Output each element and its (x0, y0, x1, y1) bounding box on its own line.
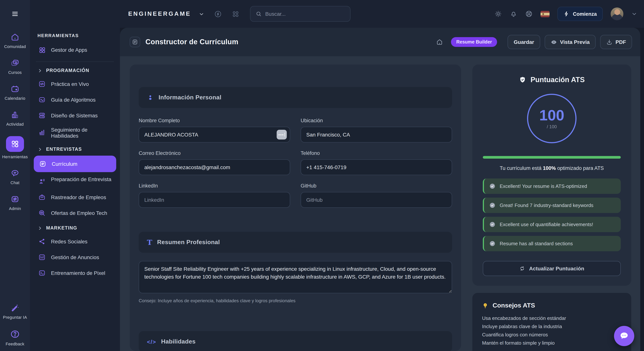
ats-progress-bar (483, 156, 621, 159)
save-button[interactable]: Guardar (508, 35, 540, 49)
theme-toggle-sun-icon[interactable] (494, 10, 502, 18)
right-column: Puntuación ATS 100 / 100 Tu currículum e… (472, 65, 631, 351)
notifications-bell-icon[interactable] (510, 10, 517, 18)
refresh-score-button[interactable]: Actualizar Puntuación (483, 261, 621, 276)
content: Información Personal Nombre Completo Ubi… (120, 56, 640, 351)
sidebar-item-curriculum[interactable]: Currículum (34, 156, 116, 172)
sidebar-item-preguntar-ia[interactable]: Preguntar IA (0, 298, 30, 324)
sidebar-item-preparacion-de-entrevista[interactable]: Preparación de Entrevista (30, 173, 120, 189)
workspace-switcher[interactable]: ENGINEERGAME (120, 11, 204, 17)
password-manager-icon[interactable] (277, 130, 287, 140)
apps-grid-icon (38, 45, 46, 54)
summary-hint: Consejo: Incluye años de experiencia, ha… (139, 298, 452, 303)
language-flag-spain[interactable] (540, 11, 550, 17)
email-input[interactable] (139, 159, 290, 175)
sidebar-item-label: Calendario (5, 96, 25, 101)
sidebar-item-label: Rastreador de Empleos (51, 194, 106, 200)
app: Comunidad Cursos Calendario Actividad He… (0, 0, 644, 351)
github-input[interactable] (301, 192, 452, 208)
sidebar-group-entrevistas[interactable]: ENTREVISTAS (30, 142, 120, 155)
briefcase-icon (38, 193, 46, 202)
check-circle-icon (489, 240, 496, 247)
sidebar-item-entrenamiento-de-pixel[interactable]: Entrenamiento de Pixel (30, 265, 120, 281)
ats-check-list: Excellent! Your resume is ATS-optimized … (483, 178, 621, 251)
chevron-down-icon[interactable] (631, 11, 637, 17)
sidebar-item-label: Herramientas (2, 155, 28, 159)
flag-emblem (542, 13, 544, 15)
field-label: GitHub (301, 183, 452, 189)
sidebar-group-label: ENTREVISTAS (46, 147, 82, 152)
location-input[interactable] (301, 127, 452, 143)
ats-tips-card: Consejos ATS Usa encabezados de sección … (472, 293, 631, 351)
sidebar-item-label: Preguntar IA (3, 315, 27, 319)
chevron-down-icon (198, 11, 204, 17)
ats-optimized-text: Tu currículum está 100% optimizado para … (483, 165, 621, 171)
sidebar-item-admin[interactable]: Admin (0, 190, 30, 216)
chevron-right-icon (38, 68, 42, 73)
start-button-label: Comienza (573, 11, 597, 17)
hamburger-icon (11, 10, 19, 18)
chat-fab-button[interactable] (614, 326, 634, 346)
ats-title-row: Puntuación ATS (483, 76, 621, 84)
server-icon (38, 111, 46, 120)
bug-search-icon (38, 208, 46, 217)
sidebar-item-calendario[interactable]: Calendario (0, 80, 30, 105)
field-label: LinkedIn (139, 183, 290, 189)
shield-check-icon (519, 76, 526, 84)
sidebar-group-label: PROGRAMACIÓN (46, 68, 89, 73)
search-box[interactable] (250, 6, 350, 22)
sidebar-item-diseno-de-sistemas[interactable]: Diseño de Sistemas (30, 108, 120, 123)
tips-list: Usa encabezados de sección estándar Incl… (482, 314, 622, 347)
sidebar-item-label: Gestor de Apps (51, 47, 87, 53)
full-name-input[interactable] (139, 127, 290, 143)
phone-input[interactable] (301, 159, 452, 175)
sidebar-item-feedback[interactable]: Feedback (0, 324, 30, 351)
sidebar-group-programacion[interactable]: PROGRAMACIÓN (30, 63, 120, 76)
hamburger-menu-button[interactable] (0, 0, 30, 28)
refresh-score-label: Actualizar Puntuación (529, 265, 584, 271)
sidebar-item-herramientas[interactable]: Herramientas (0, 131, 30, 164)
resume-builder-panel: Constructor de Currículum Resume Builder… (120, 28, 640, 351)
sidebar-item-redes-sociales[interactable]: Redes Sociales (30, 234, 120, 249)
sidebar-item-comunidad[interactable]: Comunidad (0, 28, 30, 54)
sidebar-item-practica-en-vivo[interactable]: Práctica en Vivo (30, 76, 120, 92)
sidebar-item-label: Cursos (8, 70, 22, 75)
linkedin-input[interactable] (139, 192, 290, 208)
tools-grid-icon (6, 136, 24, 152)
start-button[interactable]: Comienza (558, 7, 603, 21)
summary-textarea[interactable]: Senior Staff Site Reliability Engineer w… (139, 261, 452, 293)
save-button-label: Guardar (514, 39, 534, 45)
sidebar-item-label: Feedback (6, 342, 24, 346)
sidebar-item-rastreador-de-empleos[interactable]: Rastreador de Empleos (30, 189, 120, 205)
eye-icon (551, 39, 557, 45)
sidebar-item-gestor-de-apps[interactable]: Gestor de Apps (30, 42, 120, 58)
sidebar-item-actividad[interactable]: Actividad (0, 105, 30, 131)
sidebar-item-guia-de-algoritmos[interactable]: Guía de Algoritmos (30, 92, 120, 108)
tip-item: Mantén el formato simple y limpio (482, 339, 622, 347)
sidebar-item-gestion-de-anuncios[interactable]: Gestión de Anuncios (30, 249, 120, 265)
ads-chart-icon (38, 253, 46, 262)
sidebar-item-seguimiento-de-habilidades[interactable]: Seguimiento de Habilidades (30, 123, 120, 142)
header-actions: Resume Builder Guardar Vista Previa PDF (432, 35, 632, 49)
bolt-circle-icon[interactable] (214, 10, 222, 18)
search-input[interactable] (265, 11, 345, 17)
question-circle-icon (10, 329, 20, 339)
share-icon (38, 237, 46, 246)
avatar[interactable] (611, 8, 624, 20)
page-title: Constructor de Currículum (146, 38, 238, 46)
sidebar-item-label: Entrenamiento de Pixel (51, 270, 105, 276)
sidebar-item-cursos[interactable]: Cursos (0, 54, 30, 80)
sidebar-item-ofertas-de-empleo-tech[interactable]: Ofertas de Empleo Tech (30, 205, 120, 221)
apps-dots-icon[interactable] (232, 10, 239, 18)
sidebar-item-label: Seguimiento de Habilidades (51, 127, 114, 139)
home-button[interactable] (432, 35, 446, 49)
sidebar-item-chat[interactable]: Chat (0, 164, 30, 190)
pdf-button[interactable]: PDF (600, 35, 632, 49)
page-doc-icon (130, 37, 140, 47)
ats-title: Puntuación ATS (530, 76, 584, 84)
field-label: Teléfono (301, 150, 452, 156)
preview-button[interactable]: Vista Previa (545, 35, 596, 49)
field-label: Correo Electrónico (139, 150, 290, 156)
help-lifebuoy-icon[interactable] (525, 10, 533, 18)
sidebar-group-marketing[interactable]: MARKETING (30, 221, 120, 234)
